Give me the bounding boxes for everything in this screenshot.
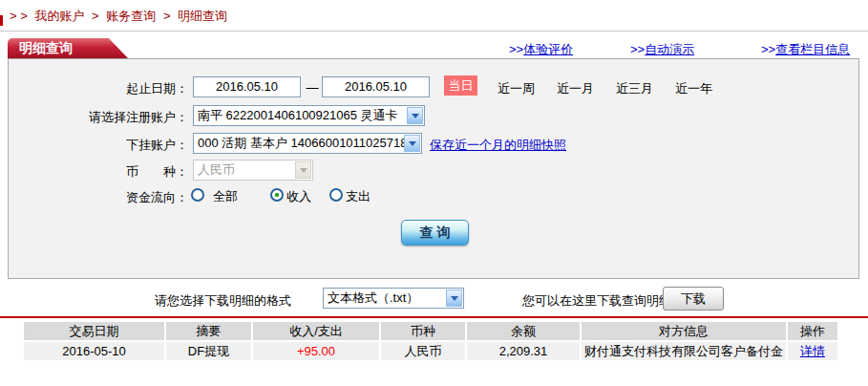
currency-label: 币 种： bbox=[35, 163, 188, 181]
table-top-divider bbox=[0, 316, 868, 318]
cell-date: 2016-05-10 bbox=[24, 342, 164, 360]
cell-balance: 2,209.31 bbox=[467, 342, 580, 360]
download-format-label: 请您选择下载明细的格式 bbox=[155, 292, 291, 310]
link-label: 自动演示 bbox=[645, 42, 694, 56]
date-range-separator: — bbox=[305, 80, 320, 95]
chevron-down-icon[interactable] bbox=[407, 107, 423, 124]
breadcrumb-separator: > bbox=[163, 9, 171, 23]
col-header-amount: 收入/支出 bbox=[253, 322, 379, 340]
flow-radio-all[interactable] bbox=[191, 188, 204, 202]
column-info-link[interactable]: >>查看栏目信息 bbox=[761, 41, 850, 58]
breadcrumb: > > 我的账户 > 账务查询 > 明细查询 bbox=[10, 8, 231, 25]
cell-action: 详情 bbox=[788, 342, 837, 360]
col-header-balance: 余额 bbox=[467, 322, 580, 340]
quick-filter-last-3-months[interactable]: 近三月 bbox=[616, 80, 653, 97]
link-label: 查看栏目信息 bbox=[775, 42, 850, 56]
sub-account-select[interactable]: 000 活期 基本户 1406600101102571848 bbox=[193, 133, 422, 154]
download-format-value: 文本格式（.txt） bbox=[324, 290, 446, 307]
download-button[interactable]: 下载 bbox=[663, 287, 724, 311]
col-header-date: 交易日期 bbox=[24, 322, 164, 340]
currency-value: 人民币 bbox=[194, 161, 295, 179]
cell-counterparty: 财付通支付科技有限公司客户备付金 bbox=[582, 342, 786, 360]
transaction-table: 交易日期 摘要 收入/支出 币种 余额 对方信息 操作 2016-05-10 D… bbox=[22, 320, 839, 362]
link-prefix: >> bbox=[761, 42, 775, 56]
cell-currency: 人民币 bbox=[381, 342, 465, 360]
account-detail-query-page: > > 我的账户 > 账务查询 > 明细查询 明细查询 >>体验评价 >>自动演… bbox=[0, 0, 868, 386]
col-header-action: 操作 bbox=[788, 322, 837, 340]
col-header-counterparty: 对方信息 bbox=[582, 322, 786, 340]
quick-filter-last-month[interactable]: 近一月 bbox=[557, 80, 594, 97]
save-snapshot-link[interactable]: 保存近一个月的明细快照 bbox=[430, 137, 566, 154]
flow-radio-income-label: 收入 bbox=[286, 188, 311, 205]
cell-summary: DF提现 bbox=[166, 342, 251, 360]
registered-account-label: 请选择注册账户： bbox=[35, 109, 188, 126]
page-title: 明细查询 bbox=[8, 38, 128, 58]
col-header-currency: 币种 bbox=[381, 322, 465, 340]
quick-filter-last-year[interactable]: 近一年 bbox=[675, 80, 712, 97]
currency-select: 人民币 bbox=[193, 160, 313, 181]
breadcrumb-item-detail-query[interactable]: 明细查询 bbox=[178, 9, 227, 23]
flow-radio-all-label: 全部 bbox=[213, 188, 238, 205]
link-prefix: >> bbox=[630, 42, 645, 56]
registered-account-select[interactable]: 南平 6222001406100921065 灵通卡 bbox=[193, 105, 425, 126]
breadcrumb-item-account-query[interactable]: 账务查询 bbox=[106, 9, 156, 23]
date-from-input[interactable]: 2016.05.10 bbox=[193, 76, 301, 97]
date-to-input[interactable]: 2016.05.10 bbox=[322, 76, 430, 97]
sub-account-value: 000 活期 基本户 1406600101102571848 bbox=[194, 135, 404, 152]
download-format-select[interactable]: 文本格式（.txt） bbox=[323, 288, 464, 309]
col-header-summary: 摘要 bbox=[166, 322, 251, 340]
flow-radio-income[interactable] bbox=[270, 188, 284, 202]
breadcrumb-item-my-account[interactable]: 我的账户 bbox=[34, 9, 84, 23]
left-red-tick bbox=[0, 15, 3, 26]
cell-amount: +95.00 bbox=[253, 342, 379, 360]
date-range-label: 起止日期： bbox=[35, 80, 188, 97]
today-quick-filter[interactable]: 当日 bbox=[444, 75, 477, 96]
auto-demo-link[interactable]: >>自动演示 bbox=[630, 41, 694, 58]
top-divider bbox=[0, 31, 868, 32]
flow-radio-expense[interactable] bbox=[329, 188, 343, 202]
chevron-down-icon bbox=[295, 161, 311, 179]
breadcrumb-separator: > bbox=[92, 9, 99, 23]
query-button[interactable]: 查 询 bbox=[401, 220, 469, 246]
chevron-down-icon[interactable] bbox=[404, 135, 420, 152]
table-row: 2016-05-10 DF提现 +95.00 人民币 2,209.31 财付通支… bbox=[24, 342, 837, 360]
breadcrumb-prefix: > > bbox=[10, 9, 28, 23]
fund-flow-label: 资金流向： bbox=[35, 189, 188, 206]
experience-review-link[interactable]: >>体验评价 bbox=[509, 41, 573, 58]
table-header-row: 交易日期 摘要 收入/支出 币种 余额 对方信息 操作 bbox=[24, 322, 837, 340]
flow-radio-expense-label: 支出 bbox=[346, 188, 370, 205]
link-prefix: >> bbox=[509, 42, 523, 56]
link-label: 体验评价 bbox=[523, 42, 573, 56]
chevron-down-icon[interactable] bbox=[446, 290, 462, 307]
detail-link[interactable]: 详情 bbox=[800, 344, 825, 358]
registered-account-value: 南平 6222001406100921065 灵通卡 bbox=[194, 107, 407, 124]
quick-filter-last-week[interactable]: 近一周 bbox=[498, 80, 535, 97]
sub-account-label: 下挂账户： bbox=[35, 137, 188, 154]
